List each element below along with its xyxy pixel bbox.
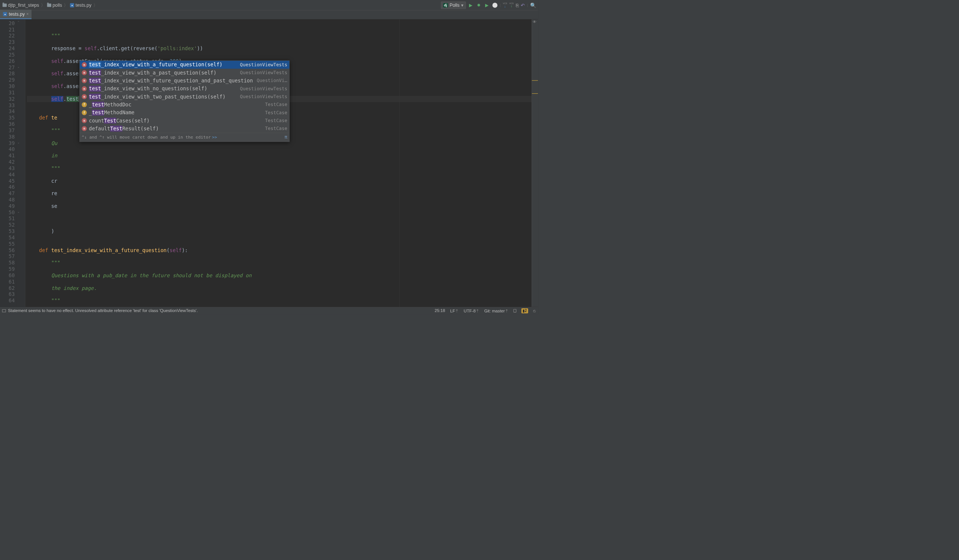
line-number[interactable]: 34 <box>0 108 14 115</box>
completion-location: QuestionViewTests <box>240 94 287 100</box>
line-number[interactable]: 36 <box>0 121 14 127</box>
undo-button[interactable]: ↶ <box>521 2 525 8</box>
line-number[interactable]: 38 <box>0 134 14 140</box>
fold-expand-icon[interactable]: ⌄ <box>17 65 20 68</box>
line-number[interactable]: 31 <box>0 89 14 96</box>
completion-location: QuestionViewTests <box>240 61 287 68</box>
run-with-coverage-button[interactable]: ▶ <box>484 2 490 8</box>
vcs-update-button[interactable]: VCS ↓ <box>503 2 507 8</box>
completion-item[interactable]: f_testMethodDocTestCase <box>80 101 290 109</box>
close-icon[interactable]: × <box>27 12 29 16</box>
debug-button[interactable]: ✸ <box>476 2 482 8</box>
line-number[interactable]: 61 <box>0 279 14 285</box>
line-number[interactable]: 35 <box>0 115 14 121</box>
line-number[interactable]: 64 <box>0 298 14 304</box>
completion-item[interactable]: mtest_index_view_with_future_question_an… <box>80 77 290 85</box>
completion-item[interactable]: mtest_index_view_with_two_past_questions… <box>80 92 290 100</box>
line-number[interactable]: 48 <box>0 197 14 203</box>
line-number[interactable]: 52 <box>0 222 14 228</box>
line-number[interactable]: 24 <box>0 45 14 52</box>
fold-expand-icon[interactable]: ⌄ <box>17 210 20 213</box>
git-branch-widget[interactable]: Git: master⇡ <box>484 308 508 313</box>
line-number[interactable]: 32 <box>0 96 14 102</box>
line-number[interactable]: 62 <box>0 285 14 291</box>
line-separator-widget[interactable]: LF⇡ <box>450 308 459 313</box>
line-number[interactable]: 25 <box>0 52 14 58</box>
tool-window-toggle-icon[interactable] <box>2 309 6 312</box>
completion-item[interactable]: mtest_index_view_with_a_past_question(se… <box>80 68 290 76</box>
warning-mark[interactable] <box>532 80 538 81</box>
cursor-position[interactable]: 25:18 <box>435 308 445 313</box>
line-number[interactable]: 22 <box>0 33 14 39</box>
completion-location: QuestionViewTests <box>240 70 287 76</box>
line-number[interactable]: 59 <box>0 266 14 272</box>
fold-gutter[interactable]: ⌃ ⌄ ⌄ ⌄ <box>17 19 25 307</box>
line-number[interactable]: 63 <box>0 291 14 298</box>
line-number-gutter[interactable]: 2021222324252627282930313233343536373839… <box>0 19 17 307</box>
line-number[interactable]: 54 <box>0 234 14 241</box>
line-number[interactable]: 44 <box>0 172 14 178</box>
completion-more-link[interactable]: >> <box>212 134 217 140</box>
line-number[interactable]: 60 <box>0 272 14 279</box>
line-number[interactable]: 40 <box>0 146 14 153</box>
line-number[interactable]: 30 <box>0 83 14 89</box>
completion-item[interactable]: f_testMethodNameTestCase <box>80 109 290 116</box>
line-number[interactable]: 43 <box>0 165 14 172</box>
run-configuration-selector[interactable]: dj Polls ▾ <box>441 2 466 9</box>
line-number[interactable]: 28 <box>0 70 14 77</box>
status-bar: Statement seems to have no effect. Unres… <box>0 307 538 314</box>
method-icon: m <box>82 86 86 91</box>
memory-indicator-icon[interactable]: ⎋ <box>533 308 536 313</box>
inspection-indicator-icon[interactable]: 👁 <box>533 20 537 24</box>
line-number[interactable]: 51 <box>0 216 14 222</box>
event-log-badge[interactable]: ▮2 <box>521 308 528 313</box>
profile-button[interactable] <box>492 2 498 8</box>
warning-mark[interactable] <box>532 93 538 94</box>
line-number[interactable]: 20 <box>0 20 14 27</box>
line-number[interactable]: 26 <box>0 58 14 64</box>
line-number[interactable]: 27 <box>0 64 14 71</box>
fold-expand-icon[interactable]: ⌄ <box>17 141 20 144</box>
breadcrumb-item-folder[interactable]: polls <box>46 2 62 8</box>
vcs-commit-button[interactable]: VCS ↑ <box>509 2 514 8</box>
completion-item[interactable]: mtest_index_view_with_no_questions(self)… <box>80 85 290 92</box>
line-number[interactable]: 21 <box>0 27 14 33</box>
breadcrumb[interactable]: djtp_first_steps 〉 polls 〉 ▲ tests.py 〉 <box>2 2 97 8</box>
line-number[interactable]: 57 <box>0 254 14 260</box>
error-stripe[interactable]: 👁 <box>532 19 538 307</box>
line-number[interactable]: 42 <box>0 159 14 165</box>
line-number[interactable]: 39 <box>0 140 14 146</box>
line-number[interactable]: 56 <box>0 247 14 254</box>
line-number[interactable]: 46 <box>0 184 14 190</box>
completion-item[interactable]: mcountTestCases(self)TestCase <box>80 116 290 124</box>
encoding-widget[interactable]: UTF-8⇡ <box>464 308 479 313</box>
line-number[interactable]: 23 <box>0 39 14 45</box>
right-margin-line <box>399 19 400 307</box>
readonly-toggle-icon[interactable] <box>514 309 516 312</box>
line-number[interactable]: 55 <box>0 241 14 247</box>
breadcrumb-item-project[interactable]: djtp_first_steps <box>2 2 40 8</box>
line-number[interactable]: 29 <box>0 77 14 83</box>
pi-icon[interactable]: π <box>284 134 287 140</box>
code-completion-popup[interactable]: mtest_index_view_with_a_future_question(… <box>80 61 290 142</box>
line-number[interactable]: 53 <box>0 228 14 234</box>
line-number[interactable]: 41 <box>0 153 14 159</box>
line-number[interactable]: 47 <box>0 190 14 197</box>
completion-item[interactable]: mdefaultTestResult(self)TestCase <box>80 125 290 133</box>
line-number[interactable]: 58 <box>0 259 14 266</box>
completion-item[interactable]: mtest_index_view_with_a_future_question(… <box>80 61 290 68</box>
method-icon: m <box>82 70 86 75</box>
tab-tests-py[interactable]: ▲ tests.py × <box>0 10 32 19</box>
line-number[interactable]: 49 <box>0 203 14 209</box>
run-button[interactable]: ▶ <box>468 2 474 8</box>
sync-button[interactable]: ⎘ <box>516 2 519 8</box>
breadcrumb-item-file[interactable]: ▲ tests.py <box>69 2 92 8</box>
line-number[interactable]: 33 <box>0 102 14 109</box>
code-area[interactable]: """ response = self.client.get(reverse('… <box>25 19 532 307</box>
line-number[interactable]: 37 <box>0 127 14 134</box>
line-number[interactable]: 50 <box>0 209 14 216</box>
code-editor[interactable]: 2021222324252627282930313233343536373839… <box>0 19 538 307</box>
fold-collapse-icon[interactable]: ⌃ <box>17 21 20 24</box>
search-everywhere-button[interactable]: 🔍 <box>530 2 537 8</box>
line-number[interactable]: 45 <box>0 178 14 184</box>
